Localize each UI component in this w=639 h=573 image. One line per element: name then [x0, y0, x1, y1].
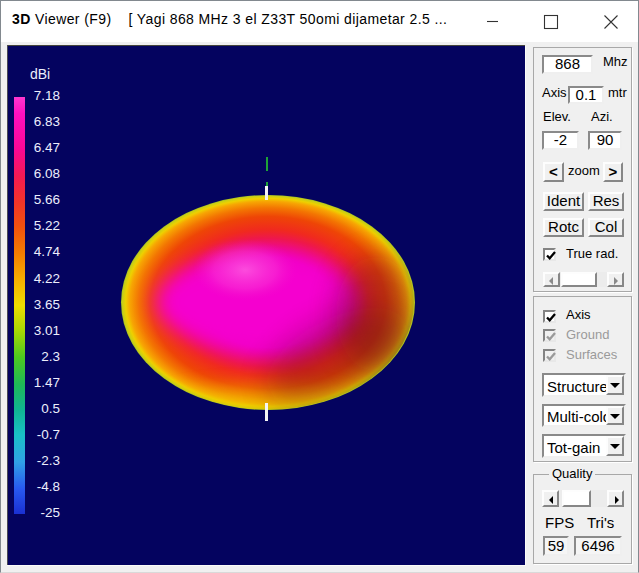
svg-text:2.3: 2.3 [41, 349, 60, 364]
svg-text:4.22: 4.22 [34, 271, 60, 286]
svg-text:4.74: 4.74 [34, 244, 61, 259]
svg-text:-25: -25 [40, 505, 60, 520]
svg-text:3.65: 3.65 [34, 297, 60, 312]
svg-text:5.66: 5.66 [34, 192, 60, 207]
svg-text:0.5: 0.5 [41, 401, 60, 416]
svg-text:-4.8: -4.8 [37, 479, 60, 494]
svg-text:6.47: 6.47 [34, 140, 60, 155]
svg-text:dBi: dBi [30, 66, 50, 82]
svg-text:7.18: 7.18 [34, 88, 60, 103]
svg-text:-0.7: -0.7 [37, 427, 60, 442]
svg-text:3.01: 3.01 [34, 323, 60, 338]
svg-text:6.08: 6.08 [34, 166, 60, 181]
svg-text:6.83: 6.83 [34, 114, 60, 129]
svg-text:1.47: 1.47 [34, 375, 60, 390]
svg-text:5.22: 5.22 [34, 218, 60, 233]
svg-text:-2.3: -2.3 [37, 453, 60, 468]
